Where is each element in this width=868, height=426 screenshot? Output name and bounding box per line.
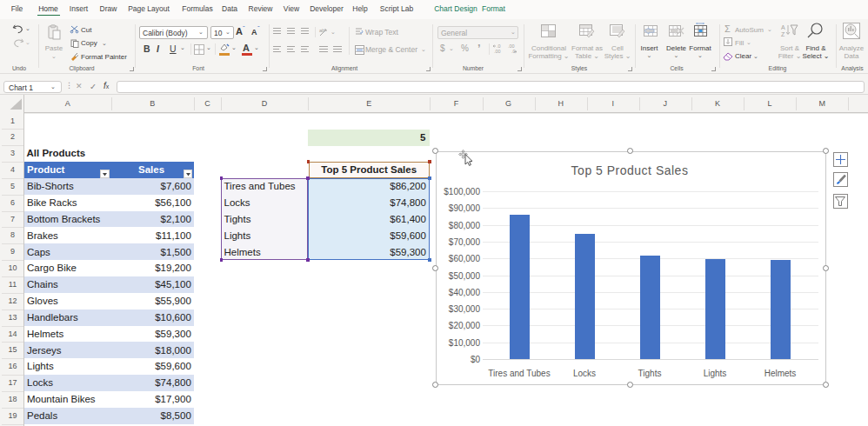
svg-text:A: A [781, 24, 785, 30]
svg-text:ab: ab [319, 28, 325, 33]
svg-text:.00: .00 [494, 49, 501, 54]
svg-text:Z: Z [781, 31, 785, 37]
svg-text:.0: .0 [511, 49, 516, 54]
